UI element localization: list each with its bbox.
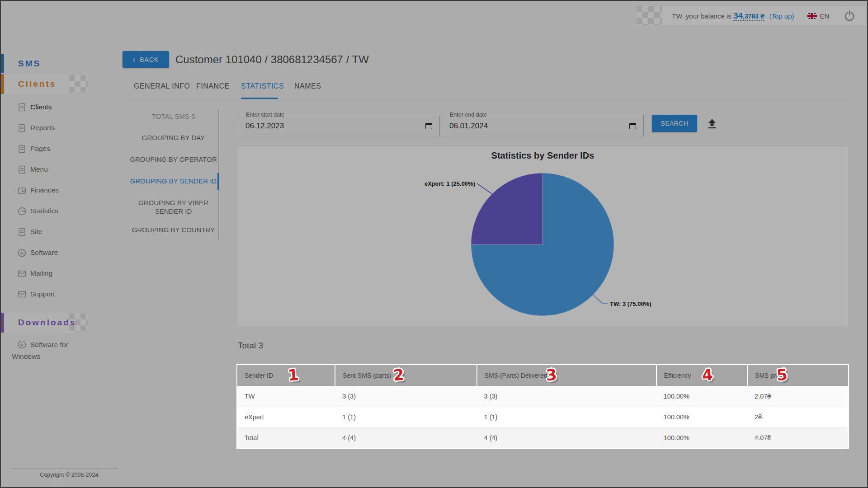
tab-general-info[interactable]: GENERAL INFO (134, 82, 190, 90)
subnav-total-sms: TOTAL SMS 5 (128, 112, 218, 121)
back-button[interactable]: ‹ BACK (123, 51, 169, 68)
file-icon (17, 144, 27, 154)
column-header-delivered: SMS (Parts) Delivered3 (477, 365, 656, 386)
sidebar-item-software[interactable]: Software (1, 242, 105, 263)
calendar-icon[interactable] (629, 123, 636, 129)
column-header-sms-price: SMS price5 (747, 365, 848, 386)
cell-sms-price: 2₴ (747, 407, 848, 427)
cell-delivered: 1 (1) (477, 407, 656, 427)
table-header-row: Sender ID1 Sent SMS (parts)2 SMS (Parts)… (237, 365, 848, 386)
file-icon (17, 165, 27, 174)
topbar: TW, your balance is 34,3783 ₴ (Top up) E… (662, 6, 866, 25)
statistics-subnav: TOTAL SMS 5 GROUPING BY DAY GROUPING BY … (128, 109, 219, 241)
download-icon (17, 340, 27, 349)
section-accent-bar (1, 74, 4, 94)
callout-number-1: 1 (287, 365, 299, 384)
export-upload-icon[interactable] (706, 117, 718, 129)
leader-line-tw (593, 295, 608, 303)
calendar-icon[interactable] (425, 123, 432, 129)
logout-button[interactable] (843, 9, 856, 23)
pie-chart (237, 147, 848, 326)
sidebar-item-support[interactable]: Support (1, 284, 105, 305)
cell-efficiency: 100.00% (656, 427, 747, 448)
sidebar-section-clients[interactable]: Clients (1, 74, 105, 94)
sidebar-item-statistics[interactable]: Statistics (1, 201, 105, 221)
start-date-value[interactable]: 06.12.2023 (245, 122, 425, 131)
callout-number-4: 4 (701, 365, 713, 384)
power-icon (843, 9, 856, 23)
column-header-sent-sms: Sent SMS (parts)2 (335, 365, 476, 386)
end-date-value[interactable]: 06.01.2024 (449, 122, 629, 131)
tab-finance[interactable]: FINANCE (196, 82, 230, 90)
sidebar-section-label: SMS (4, 59, 41, 69)
sidebar-item-label: Finances (30, 186, 59, 194)
language-code: EN (820, 12, 830, 20)
tab-names[interactable]: NAMES (294, 82, 321, 90)
back-button-label: BACK (140, 56, 159, 63)
language-selector[interactable]: EN (807, 12, 830, 20)
pie-label-expert: eXpert: 1 (25.00%) (425, 180, 475, 187)
sidebar-item-label: Clients (30, 103, 52, 111)
uk-flag-icon (807, 13, 817, 19)
start-date-label: Enter start date (244, 112, 287, 118)
sidebar-section-label: Clients (4, 79, 56, 89)
sidebar-item-menu[interactable]: Menu (1, 159, 105, 180)
sender-id-pie-chart-card: Statistics by Sender IDs eXpert: 1 (25.0… (237, 147, 848, 326)
table-row: TW 3 (3) 3 (3) 100.00% 2.07₴ (237, 386, 848, 407)
active-subnav-indicator (217, 173, 219, 190)
pixelated-redaction (637, 6, 662, 25)
sidebar-item-label: Site (30, 228, 42, 236)
sidebar-item-software-for-windows[interactable]: Software for Windows (12, 339, 89, 362)
subnav-grouping-by-country[interactable]: GROUPING BY COUNTRY (128, 225, 218, 234)
column-header-efficiency: Efficiency4 (656, 365, 747, 386)
sidebar-item-reports[interactable]: Reports (1, 117, 105, 138)
subnav-grouping-by-operator[interactable]: GROUPING BY OPERATOR (128, 155, 218, 164)
pie-label-tw: TW: 3 (75.00%) (610, 300, 651, 307)
tab-statistics[interactable]: STATISTICS (241, 82, 284, 90)
sidebar-item-pages[interactable]: Pages (1, 138, 105, 159)
file-icon (17, 123, 27, 133)
cell-delivered: 3 (3) (477, 386, 656, 407)
end-date-label: Enter end date (448, 112, 489, 118)
top-up-link[interactable]: (Top up) (769, 12, 794, 20)
cell-sms-price: 2.07₴ (747, 386, 848, 407)
sidebar-section-downloads[interactable]: Downloads (1, 313, 105, 333)
cell-sms-price: 4.07₴ (747, 427, 848, 448)
sidebar-item-label: Pages (30, 145, 50, 153)
sender-stats-table: Sender ID1 Sent SMS (parts)2 SMS (Parts)… (237, 365, 848, 448)
cell-sent-sms: 3 (3) (335, 386, 476, 407)
sidebar-item-label: Software (30, 249, 58, 257)
search-button[interactable]: SEARCH (652, 115, 697, 132)
table-row: eXpert 1 (1) 1 (1) 100.00% 2₴ (237, 407, 848, 427)
page-title: Customer 101040 / 380681234567 / TW (175, 53, 369, 66)
callout-number-2: 2 (392, 365, 405, 384)
end-date-input[interactable]: Enter end date 06.01.2024 (442, 115, 644, 137)
sidebar-item-clients[interactable]: Clients (1, 97, 105, 117)
pie-slice-expert (471, 173, 542, 244)
envelope-icon (17, 290, 27, 299)
file-icon (17, 227, 27, 237)
sidebar-item-site[interactable]: Site (1, 221, 105, 242)
tabs-divider (128, 99, 849, 99)
table-total-count: Total 3 (238, 341, 263, 351)
section-accent-bar (1, 313, 4, 333)
chevron-left-icon: ‹ (133, 56, 136, 63)
sidebar-item-finances[interactable]: Finances (1, 180, 105, 201)
cell-efficiency: 100.00% (656, 407, 747, 427)
cell-efficiency: 100.00% (656, 386, 747, 407)
cell-sender-id: TW (237, 386, 335, 407)
callout-number-3: 3 (545, 365, 557, 384)
callout-number-5: 5 (776, 365, 788, 384)
start-date-input[interactable]: Enter start date 06.12.2023 (238, 115, 440, 137)
app-window: TW, your balance is 34,3783 ₴ (Top up) E… (0, 0, 868, 488)
section-accent-bar (1, 54, 4, 73)
sidebar-section-sms[interactable]: SMS (1, 54, 105, 73)
sidebar-item-mailing[interactable]: Mailing (1, 263, 105, 284)
sidebar-item-label: Support (30, 290, 55, 298)
wallet-icon (17, 186, 27, 195)
balance-amount[interactable]: 34,3783 ₴ (733, 12, 764, 21)
subnav-grouping-by-viber-sender-id[interactable]: GROUPING BY VIBER SENDER ID (128, 198, 218, 216)
cell-sent-sms: 4 (4) (335, 427, 476, 448)
subnav-grouping-by-day[interactable]: GROUPING BY DAY (128, 133, 218, 142)
subnav-grouping-by-sender-id[interactable]: GROUPING BY SENDER ID (128, 177, 218, 185)
